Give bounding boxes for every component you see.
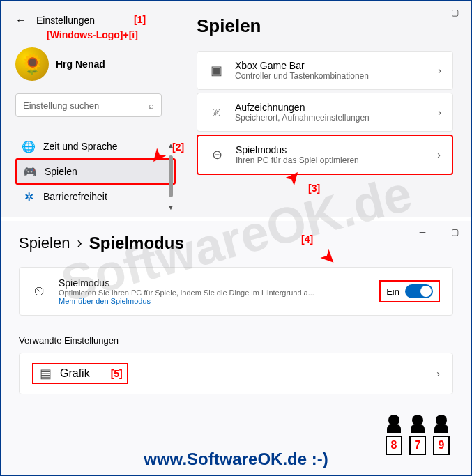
gamepad-icon: 🎮: [24, 165, 36, 178]
breadcrumb-current: Spielmodus: [89, 233, 184, 253]
chevron-right-icon: ›: [438, 65, 441, 76]
card-subtitle: Optimieren Sie Ihren PC für Spiele, inde…: [59, 289, 368, 297]
nav-label: Zeit und Sprache: [43, 141, 118, 152]
footer-url: www.SoftwareOK.de :-): [144, 450, 328, 469]
annotation-1: [1]: [134, 14, 146, 25]
score-card: 8: [386, 436, 402, 455]
scroll-thumb[interactable]: [169, 155, 173, 197]
sidebar: ← Einstellungen [1] [Windows-Logo]+[i] 🌻…: [1, 1, 183, 217]
score-card: 9: [433, 436, 450, 455]
settings-window: ─ ▢ ← Einstellungen [1] [Windows-Logo]+[…: [1, 1, 471, 217]
user-profile[interactable]: 🌻 Hrg Nenad: [15, 47, 176, 81]
accessibility-icon: ✲: [22, 190, 35, 203]
graphics-icon: ▤: [38, 366, 53, 381]
judges-illustration: 8 7 9: [386, 415, 450, 455]
related-settings-heading: Verwandte Einstellungen: [19, 335, 453, 346]
learn-more-link[interactable]: Mehr über den Spielmodus: [59, 297, 368, 305]
card-title: Aufzeichnungen: [235, 102, 427, 113]
graphics-label: Grafik: [60, 367, 90, 380]
toggle-label: Ein: [386, 286, 399, 297]
nav-label: Spielen: [45, 166, 77, 177]
globe-icon: 🌐: [22, 140, 35, 153]
search-placeholder: Einstellung suchen: [23, 100, 99, 111]
gamemode-toggle[interactable]: [405, 284, 433, 298]
breadcrumb-parent[interactable]: Spielen: [19, 234, 70, 252]
search-input[interactable]: Einstellung suchen ⌕: [15, 93, 162, 117]
avatar: 🌻: [15, 47, 49, 81]
titlebar: ─ ▢: [406, 221, 471, 243]
search-icon: ⌕: [149, 100, 154, 111]
gamemode-window: ─ ▢ Spielen › Spielmodus [4] ➤ ⏲ Spielmo…: [1, 221, 471, 475]
chevron-right-icon: ›: [438, 107, 441, 118]
breadcrumb: Spielen › Spielmodus: [19, 233, 453, 253]
breadcrumb-separator: ›: [77, 234, 82, 252]
card-xbox-game-bar[interactable]: ▣ Xbox Game Bar Controller und Tastenkom…: [197, 51, 453, 90]
sidebar-item-gaming[interactable]: 🎮 Spielen: [15, 158, 176, 185]
card-graphics[interactable]: ▤ Grafik [5] ›: [19, 353, 453, 394]
main-panel: Spielen ▣ Xbox Game Bar Controller und T…: [183, 1, 471, 217]
minimize-button[interactable]: ─: [406, 221, 439, 243]
card-title: Spielmodus: [236, 144, 426, 155]
card-gamemode-toggle: ⏲ Spielmodus Optimieren Sie Ihren PC für…: [19, 267, 453, 316]
card-title: Xbox Game Bar: [235, 60, 427, 71]
annotation-5: [5]: [111, 368, 123, 379]
gamemode-icon: ⊝: [209, 147, 224, 162]
scroll-down-icon: ▼: [167, 204, 174, 211]
card-game-mode[interactable]: ⊝ Spielmodus Ihren PC für das Spiel opti…: [197, 135, 453, 175]
back-button[interactable]: ←: [15, 14, 26, 26]
xbox-icon: ▣: [208, 63, 224, 78]
username: Hrg Nenad: [56, 59, 105, 70]
card-subtitle: Controller und Tastenkombinationen: [235, 71, 427, 81]
settings-label: Einstellungen: [36, 15, 95, 26]
annotation-4: [4]: [301, 233, 313, 245]
maximize-button[interactable]: ▢: [439, 221, 471, 243]
page-title: Spielen: [197, 15, 453, 37]
card-subtitle: Speicherort, Aufnahmeeinstellungen: [235, 113, 427, 123]
card-subtitle: Ihren PC für das Spiel optimieren: [236, 155, 426, 165]
chevron-right-icon: ›: [436, 368, 440, 379]
sidebar-item-accessibility[interactable]: ✲ Barrierefreiheit: [15, 185, 176, 208]
capture-icon: ⎚: [208, 105, 224, 120]
annotation-3: [3]: [308, 183, 320, 194]
card-title: Spielmodus: [59, 277, 368, 289]
nav-label: Barrierefreiheit: [43, 191, 107, 202]
speedometer-icon: ⏲: [32, 284, 47, 299]
score-card: 7: [409, 436, 426, 455]
card-captures[interactable]: ⎚ Aufzeichnungen Speicherort, Aufnahmeei…: [197, 93, 453, 132]
chevron-right-icon: ›: [437, 149, 441, 160]
annotation-hotkey: [Windows-Logo]+[i]: [47, 29, 138, 40]
